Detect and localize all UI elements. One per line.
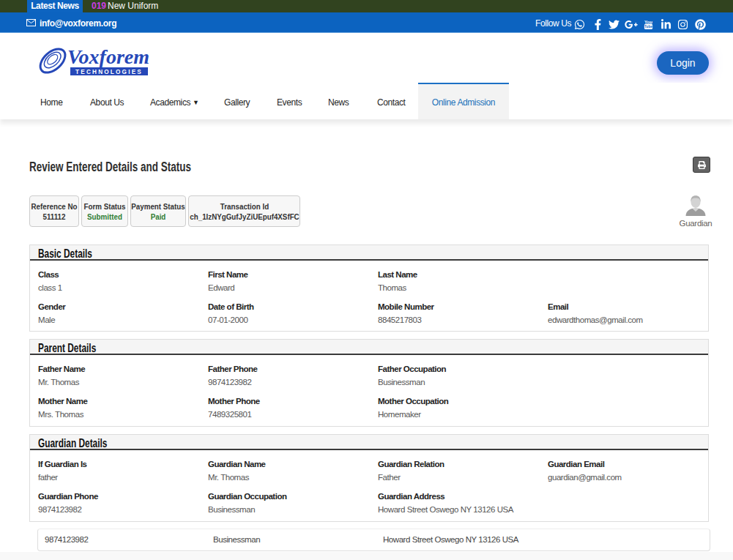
svg-text:You: You (644, 19, 652, 24)
svg-text:Voxforem: Voxforem (67, 45, 149, 68)
svg-text:Tube: Tube (644, 25, 652, 29)
svg-text:TECHNOLOGIES: TECHNOLOGIES (75, 69, 143, 75)
